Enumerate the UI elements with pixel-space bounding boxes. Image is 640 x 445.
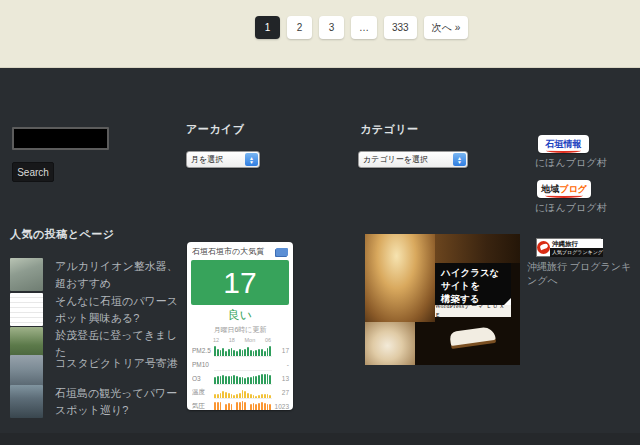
axis-tick: Mon [245, 337, 256, 343]
flag-icon [276, 248, 288, 256]
post-title: そんなに石垣のパワースポット興味ある? [55, 293, 185, 327]
archive-select[interactable]: 月を選択 ▲▼ [186, 151, 260, 168]
archive-select-value: 月を選択 [187, 154, 245, 165]
pagination: 1 2 3 … 333 次へ » [255, 16, 468, 39]
aqi-sparkline [214, 345, 272, 357]
aqi-sparkline [214, 359, 272, 371]
page-button-3[interactable]: 3 [319, 16, 344, 39]
post-item[interactable]: コスタビクトリア号寄港 [10, 355, 185, 388]
thumbnail-document [10, 293, 43, 326]
ranking-logo-icon [537, 239, 550, 256]
thumbnail-cruise-ship [10, 355, 43, 388]
food-photo [365, 322, 415, 365]
aqi-rows: PM2.517PM10-O313温度27気圧1023湿度 [187, 344, 293, 410]
chiiki-blog-badge[interactable]: 地域ブログ [537, 180, 591, 198]
post-title: 石垣島の観光ってパワースポット巡り? [55, 385, 185, 419]
aqi-row-label: 気圧 [192, 402, 214, 410]
category-select[interactable]: カテゴリーを選択 ▲▼ [358, 151, 468, 168]
aqi-row-label: 温度 [192, 388, 214, 397]
ad-line: ハイクラスな [441, 266, 511, 279]
aqi-row: O313 [192, 372, 289, 385]
select-stepper-icon: ▲▼ [245, 153, 258, 166]
page-button-333[interactable]: 333 [384, 16, 417, 39]
post-item[interactable]: 石垣島の観光ってパワースポット巡り? [10, 385, 185, 419]
ad-brand: WordPressテーマ ＬＵＸＥ [435, 305, 511, 317]
aqi-sparkline [214, 401, 272, 410]
aqi-row-value: 13 [272, 375, 289, 382]
category-heading: カテゴリー [360, 122, 419, 137]
aqi-row-value: - [272, 361, 289, 368]
archive-heading: アーカイブ [186, 122, 245, 137]
pagination-bar: 1 2 3 … 333 次へ » [0, 0, 640, 68]
aqi-row-label: PM10 [192, 361, 214, 368]
ad-line: サイトを [441, 279, 511, 292]
aqi-row-value: 27 [272, 389, 289, 396]
okinawa-ranking-banner[interactable]: 沖縄旅行 人気ブログランキング [536, 238, 601, 257]
blogmura-caption-1[interactable]: にほんブログ村 [535, 156, 606, 170]
aqi-status: 良い [187, 307, 293, 324]
ranking-banner-line1: 沖縄旅行 [550, 239, 603, 248]
aqi-row: 温度27 [192, 386, 289, 399]
post-title: アルカリイオン整水器、超おすすめ [55, 258, 185, 292]
aqi-row-value: 17 [272, 347, 289, 354]
aqi-row: PM2.517 [192, 344, 289, 357]
footer-strip [0, 433, 640, 445]
thumbnail-sea-rock [10, 385, 43, 418]
aqi-sparkline [214, 387, 272, 399]
search-button[interactable]: Search [12, 162, 54, 182]
hotel-interior-photo [365, 234, 435, 322]
aqi-row-value: 1023 [272, 403, 289, 410]
select-stepper-icon: ▲▼ [453, 153, 466, 166]
aqi-axis: 12 18 Mon 06 [187, 335, 293, 343]
axis-tick: 06 [265, 337, 271, 343]
ad-text-box: ハイクラスな サイトを 構築する [435, 263, 511, 305]
next-page-button[interactable]: 次へ » [424, 16, 469, 39]
ishigaki-info-badge[interactable]: 石垣情報 [538, 135, 589, 153]
axis-tick: 18 [229, 337, 235, 343]
post-title: コスタビクトリア号寄港 [55, 355, 178, 388]
thumbnail-water-purifier [10, 258, 43, 291]
axis-tick: 12 [213, 337, 219, 343]
search-input[interactable] [12, 127, 109, 150]
aqi-sparkline [214, 373, 272, 385]
luxe-theme-ad-banner[interactable]: ハイクラスな サイトを 構築する WordPressテーマ ＬＵＸＥ [365, 234, 520, 365]
post-item[interactable]: アルカリイオン整水器、超おすすめ [10, 258, 185, 292]
page-button-1[interactable]: 1 [255, 16, 280, 39]
aqi-title: 石垣石垣市の大気質 [192, 246, 276, 257]
aqi-row: 気圧1023 [192, 400, 289, 410]
aqi-updated: 月曜日6時に更新 [187, 325, 293, 335]
red-arc-icon [546, 148, 582, 153]
aqi-row-label: O3 [192, 375, 214, 382]
category-select-value: カテゴリーを選択 [359, 154, 453, 165]
aqi-value: 17 [191, 260, 289, 305]
aqi-row-label: PM2.5 [192, 347, 214, 354]
air-quality-widget[interactable]: 石垣石垣市の大気質 17 良い 月曜日6時に更新 12 18 Mon 06 PM… [187, 242, 293, 410]
ranking-caption-link[interactable]: 沖縄旅行 ブログランキングへ [527, 260, 640, 288]
page-ellipsis: … [351, 16, 377, 39]
ranking-banner-line2: 人気ブログランキング [550, 248, 603, 257]
page-button-2[interactable]: 2 [287, 16, 312, 39]
page: 1 2 3 … 333 次へ » Search アーカイブ 月を選択 ▲▼ カテ… [0, 0, 640, 445]
hotel-photo-strip [435, 234, 520, 263]
post-item[interactable]: そんなに石垣のパワースポット興味ある? [10, 293, 185, 327]
popular-posts-heading: 人気の投稿とページ [10, 227, 115, 242]
red-arc-icon [545, 193, 583, 198]
aqi-row: PM10- [192, 358, 289, 371]
blogmura-caption-2[interactable]: にほんブログ村 [535, 201, 606, 215]
